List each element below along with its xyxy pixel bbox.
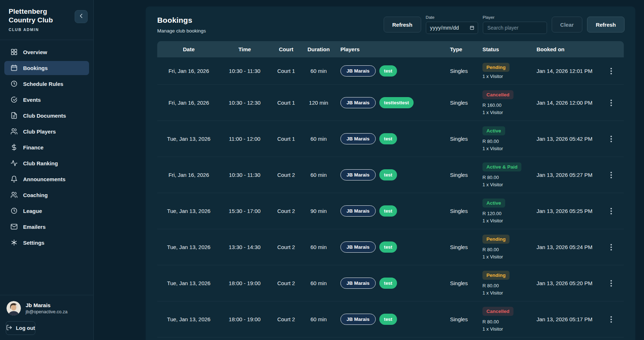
actions-cell <box>599 206 624 217</box>
user-card: Jb Marais jb@openactive.co.za <box>0 295 93 318</box>
player-chip-guest[interactable]: test <box>379 169 397 180</box>
role-label: CLUB ADMIN <box>9 27 63 32</box>
visitor-count: 1 x Visitor <box>482 146 503 151</box>
player-chip-guest[interactable]: test <box>379 278 397 289</box>
booking-amount: R 80.00 <box>482 247 499 252</box>
player-chip-guest[interactable]: test <box>379 241 397 253</box>
booking-court: Court 2 <box>269 280 303 286</box>
booking-type: Singles <box>446 280 478 286</box>
sidebar-item-schedule-rules[interactable]: Schedule Rules <box>4 77 89 91</box>
status-cell: CancelledR 80.001 x Visitor <box>478 307 532 332</box>
table-row: Fri, Jan 16, 202610:30 - 11:30Court 260 … <box>157 157 624 193</box>
player-chip-guest[interactable]: test <box>379 65 397 77</box>
sidebar-item-label: Club Ranking <box>23 160 58 166</box>
booking-duration: 120 min <box>303 100 334 106</box>
sidebar-item-label: Club Documents <box>23 113 66 119</box>
actions-cell <box>599 278 624 289</box>
logout-button[interactable]: Log out <box>6 321 35 335</box>
refresh-button-right[interactable]: Refresh <box>587 17 625 32</box>
actions-cell <box>599 314 624 325</box>
status-cell: PendingR 80.001 x Visitor <box>478 271 532 296</box>
booking-date: Tue, Jan 13, 2026 <box>157 136 220 142</box>
booking-date: Tue, Jan 13, 2026 <box>157 244 220 250</box>
clear-button[interactable]: Clear <box>552 17 583 32</box>
booking-time: 11:00 - 12:00 <box>220 136 269 142</box>
booking-amount: R 80.00 <box>482 283 499 288</box>
row-menu-button[interactable] <box>608 206 614 217</box>
player-chip-member[interactable]: JB Marais <box>340 278 376 289</box>
status-cell: CancelledR 160.001 x Visitor <box>478 90 532 115</box>
activity-icon <box>10 160 18 167</box>
sidebar-item-finance[interactable]: Finance <box>4 140 89 154</box>
sidebar-item-bookings[interactable]: Bookings <box>4 61 89 75</box>
kebab-dot <box>610 141 612 142</box>
players-cell: JB Maraistest <box>334 133 446 144</box>
sidebar-item-emailers[interactable]: Emailers <box>4 220 89 234</box>
status-cell: ActiveR 80.001 x Visitor <box>478 126 532 151</box>
player-chip-member[interactable]: JB Marais <box>340 205 376 217</box>
visitor-count: 1 x Visitor <box>482 254 503 260</box>
table-row: Tue, Jan 13, 202617:30 - 19:00Court 190 … <box>157 337 624 340</box>
kebab-dot <box>610 102 612 104</box>
sidebar-item-club-ranking[interactable]: Club Ranking <box>4 156 89 170</box>
row-menu-button[interactable] <box>608 314 614 325</box>
sidebar-item-announcements[interactable]: Announcements <box>4 172 89 186</box>
kebab-dot <box>610 285 612 287</box>
visitor-count: 1 x Visitor <box>482 290 503 296</box>
status-badge: Pending <box>482 271 510 280</box>
row-menu-button[interactable] <box>608 134 614 144</box>
booking-type: Singles <box>446 136 478 142</box>
player-chip-guest[interactable]: test <box>379 205 397 217</box>
sidebar-item-coaching[interactable]: Coaching <box>4 188 89 202</box>
sidebar-item-club-documents[interactable]: Club Documents <box>4 109 89 123</box>
table-row: Tue, Jan 13, 202615:30 - 17:00Court 290 … <box>157 193 624 229</box>
column-header-players: Players <box>334 46 446 52</box>
kebab-dot <box>610 177 612 178</box>
players-cell: JB Maraistest <box>334 205 446 217</box>
calendar-small-icon[interactable] <box>469 25 475 30</box>
column-header-time: Time <box>220 46 269 52</box>
kebab-dot <box>610 70 612 72</box>
asterisk-icon <box>10 239 18 246</box>
refresh-button-left[interactable]: Refresh <box>384 17 421 32</box>
sidebar-item-events[interactable]: Events <box>4 93 89 107</box>
player-search-input[interactable] <box>483 22 547 34</box>
status-cell: Active & PaidR 80.001 x Visitor <box>478 162 532 187</box>
status-badge: Active <box>482 126 505 135</box>
kebab-dot <box>610 172 612 173</box>
page-subtitle: Manage club bookings <box>157 28 206 34</box>
player-chip-member[interactable]: JB Marais <box>340 241 376 253</box>
row-menu-button[interactable] <box>608 278 614 289</box>
sidebar-item-club-players[interactable]: Club Players <box>4 125 89 139</box>
player-chip-guest[interactable]: test <box>379 314 397 325</box>
player-chip-member[interactable]: JB Marais <box>340 169 376 180</box>
sidebar-item-league[interactable]: League <box>4 204 89 218</box>
booking-amount: R 80.00 <box>482 175 499 180</box>
collapse-sidebar-button[interactable] <box>75 10 88 23</box>
player-chip-member[interactable]: JB Marais <box>340 314 376 325</box>
booking-date: Fri, Jan 16, 2026 <box>157 172 220 178</box>
sidebar: Plettenberg Country Club CLUB ADMIN Over… <box>0 0 94 340</box>
row-menu-button[interactable] <box>608 170 614 180</box>
status-cell: PendingR 80.001 x Visitor <box>478 235 532 260</box>
actions-cell <box>599 170 624 180</box>
booking-date: Tue, Jan 13, 2026 <box>157 280 220 286</box>
visitor-count: 1 x Visitor <box>482 218 503 223</box>
player-chip-member[interactable]: JB Marais <box>340 133 376 144</box>
status-badge: Cancelled <box>482 90 513 99</box>
booking-type: Singles <box>446 316 478 322</box>
sidebar-item-overview[interactable]: Overview <box>4 45 89 59</box>
row-menu-button[interactable] <box>608 66 614 77</box>
player-chip-member[interactable]: JB Marais <box>340 97 376 108</box>
date-input[interactable]: yyyy/mm/dd <box>426 22 478 34</box>
date-placeholder: yyyy/mm/dd <box>430 25 459 31</box>
row-menu-button[interactable] <box>608 242 614 253</box>
booking-court: Court 2 <box>269 316 303 322</box>
player-chip-guest[interactable]: testtesttest <box>379 97 414 108</box>
kebab-dot <box>610 100 612 101</box>
player-chip-member[interactable]: JB Marais <box>340 65 376 77</box>
row-menu-button[interactable] <box>608 97 614 108</box>
player-chip-guest[interactable]: test <box>379 133 397 144</box>
sidebar-item-settings[interactable]: Settings <box>4 236 89 250</box>
booking-time: 18:00 - 19:00 <box>220 280 269 286</box>
